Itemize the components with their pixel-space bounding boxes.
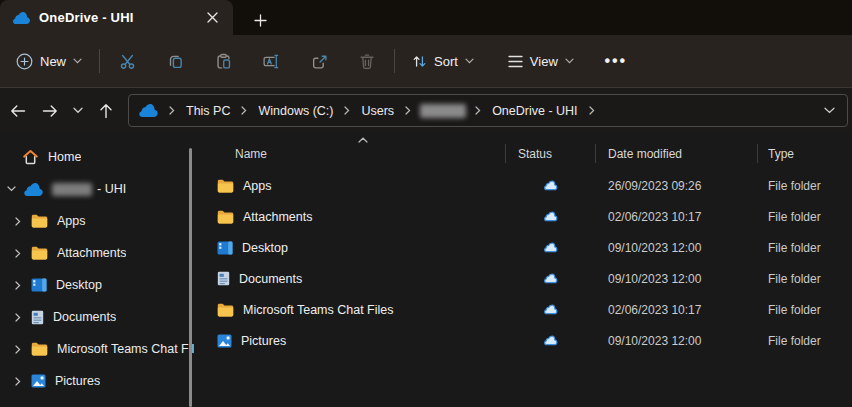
ellipsis-icon: •••: [604, 52, 627, 70]
column-header-label: Date modified: [608, 147, 682, 161]
sidebar-item-label: Home: [48, 150, 81, 164]
cut-button[interactable]: [107, 43, 147, 79]
rename-button[interactable]: [251, 43, 291, 79]
sidebar-item-label: Attachments: [57, 246, 126, 260]
back-button[interactable]: [2, 95, 34, 127]
sort-ascending-icon: [358, 137, 368, 143]
file-date-modified: 26/09/2023 09:26: [595, 179, 757, 193]
recent-locations-button[interactable]: [66, 95, 90, 127]
file-row-microsoft-teams-chat-files[interactable]: Microsoft Teams Chat Files 02/06/2023 10…: [203, 294, 852, 325]
sort-icon: [412, 54, 427, 69]
file-type: File folder: [757, 272, 852, 286]
chevron-right-icon[interactable]: [12, 247, 24, 259]
breadcrumb-windows-c[interactable]: Windows (C:): [252, 101, 339, 121]
address-dropdown-chevron-icon[interactable]: [822, 103, 837, 118]
file-row-desktop[interactable]: Desktop 09/10/2023 12:00 File folder: [203, 232, 852, 263]
file-list-pane: Name Status Date modified Type: [203, 133, 852, 407]
chevron-down-icon: [465, 58, 474, 64]
breadcrumb-username-redacted[interactable]: [420, 104, 466, 118]
sort-button-label: Sort: [434, 54, 458, 69]
sidebar-onedrive-name-redacted: [52, 183, 92, 196]
chevron-down-icon: [565, 58, 574, 64]
navigation-pane: Home - UHI Apps: [0, 133, 203, 407]
desktop-icon: [217, 241, 233, 255]
sidebar-item-pictures[interactable]: Pictures: [0, 365, 203, 397]
chevron-right-icon: [586, 106, 598, 115]
cloud-status-icon: [543, 211, 558, 222]
file-name: Documents: [239, 272, 302, 286]
up-button[interactable]: [90, 95, 122, 127]
folder-icon: [31, 342, 48, 356]
file-row-attachments[interactable]: Attachments 02/06/2023 10:17 File folder: [203, 201, 852, 232]
column-header-type[interactable]: Type: [757, 140, 852, 167]
column-header-status[interactable]: Status: [505, 140, 595, 167]
more-options-button[interactable]: •••: [596, 43, 636, 79]
view-button-label: View: [530, 54, 558, 69]
sidebar-item-label: Documents: [53, 310, 116, 324]
sidebar-item-attachments[interactable]: Attachments: [0, 237, 203, 269]
chevron-down-icon[interactable]: [5, 183, 17, 195]
file-row-pictures[interactable]: Pictures 09/10/2023 12:00 File folder: [203, 325, 852, 356]
sidebar-item-label: - UHI: [97, 182, 126, 196]
sidebar-item-teams-chat-files[interactable]: Microsoft Teams Chat Fil: [0, 333, 203, 365]
new-tab-button[interactable]: [243, 5, 277, 35]
breadcrumb-onedrive-uhi[interactable]: OneDrive - UHI: [486, 101, 583, 121]
chevron-right-icon[interactable]: [12, 311, 24, 323]
chevron-right-icon[interactable]: [12, 279, 24, 291]
sidebar-item-apps[interactable]: Apps: [0, 205, 203, 237]
breadcrumb-users[interactable]: Users: [355, 101, 400, 121]
new-plus-icon: [16, 53, 33, 70]
column-header-label: Type: [768, 147, 794, 161]
tab-close-button[interactable]: [199, 6, 225, 30]
delete-button[interactable]: [347, 43, 387, 79]
share-button[interactable]: [299, 43, 339, 79]
chevron-right-icon[interactable]: [12, 215, 24, 227]
cloud-status-icon: [543, 180, 558, 191]
new-button-label: New: [40, 54, 66, 69]
chevron-right-icon[interactable]: [12, 343, 24, 355]
cloud-status-icon: [543, 304, 558, 315]
desktop-icon: [31, 278, 47, 292]
rename-icon: [262, 53, 280, 70]
file-row-apps[interactable]: Apps 26/09/2023 09:26 File folder: [203, 170, 852, 201]
explorer-tab[interactable]: OneDrive - UHI: [0, 0, 233, 35]
sidebar-item-onedrive-root[interactable]: - UHI: [0, 173, 203, 205]
folder-icon: [31, 214, 48, 228]
command-bar: New Sort: [0, 35, 852, 88]
sidebar-item-documents[interactable]: Documents: [0, 301, 203, 333]
file-name: Pictures: [241, 334, 286, 348]
share-icon: [311, 53, 328, 70]
file-type: File folder: [757, 210, 852, 224]
pictures-icon: [31, 374, 46, 388]
sidebar-item-label: Microsoft Teams Chat Fil: [57, 342, 194, 356]
sidebar-item-label: Desktop: [56, 278, 102, 292]
sidebar-scrollbar[interactable]: [189, 148, 192, 407]
forward-button[interactable]: [34, 95, 66, 127]
file-date-modified: 09/10/2023 12:00: [595, 241, 757, 255]
folder-icon: [217, 179, 234, 193]
chevron-right-icon: [402, 106, 414, 115]
sort-button[interactable]: Sort: [402, 43, 484, 79]
chevron-down-icon: [73, 58, 82, 64]
sidebar-item-label: Pictures: [55, 374, 100, 388]
file-row-documents[interactable]: Documents 09/10/2023 12:00 File folder: [203, 263, 852, 294]
pictures-icon: [217, 334, 232, 348]
file-date-modified: 02/06/2023 10:17: [595, 210, 757, 224]
sidebar-item-home[interactable]: Home: [0, 141, 203, 173]
breadcrumb-this-pc[interactable]: This PC: [180, 101, 236, 121]
new-button[interactable]: New: [6, 43, 92, 79]
tab-title: OneDrive - UHI: [39, 10, 190, 25]
chevron-right-icon[interactable]: [12, 375, 24, 387]
copy-button[interactable]: [155, 43, 195, 79]
file-name: Microsoft Teams Chat Files: [243, 303, 394, 317]
column-header-label: Status: [518, 147, 552, 161]
sidebar-item-desktop[interactable]: Desktop: [0, 269, 203, 301]
cloud-status-icon: [543, 273, 558, 284]
view-button[interactable]: View: [498, 43, 584, 79]
address-bar[interactable]: This PC Windows (C:) Users OneDrive - UH…: [128, 94, 848, 127]
paste-button[interactable]: [203, 43, 243, 79]
column-header-date-modified[interactable]: Date modified: [595, 140, 757, 167]
column-header-name[interactable]: Name: [203, 140, 505, 167]
folder-icon: [31, 246, 48, 260]
file-type: File folder: [757, 179, 852, 193]
